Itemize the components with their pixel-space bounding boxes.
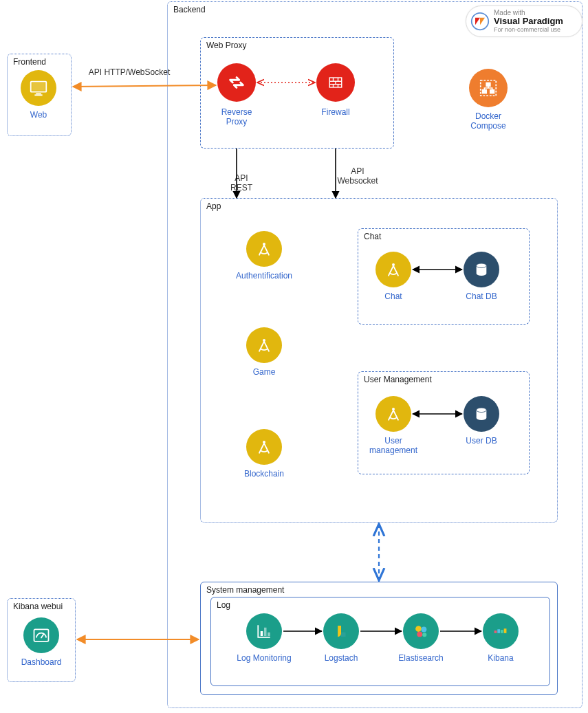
container-app-label: App (206, 201, 221, 211)
node-docker-compose-icon (469, 69, 508, 107)
container-log-label: Log (217, 600, 230, 610)
svg-rect-14 (483, 90, 487, 94)
compass-icon (254, 239, 274, 259)
svg-rect-25 (261, 631, 263, 636)
node-elasticsearch-icon (403, 613, 439, 649)
node-elasticsearch-label: Elastisearch (392, 653, 450, 663)
svg-rect-35 (501, 630, 503, 633)
container-chat-label: Chat (364, 232, 381, 241)
container-backend-label: Backend (173, 5, 206, 14)
svg-rect-36 (504, 628, 507, 633)
node-game-label: Game (239, 367, 289, 377)
svg-rect-13 (486, 83, 490, 87)
node-reverse-proxy-label: Reverse Proxy (212, 107, 261, 127)
edge-api-http-ws-label: API HTTP/WebSocket (81, 67, 177, 77)
node-log-monitoring-icon (246, 613, 282, 649)
hierarchy-icon (478, 78, 499, 98)
compass-icon (254, 336, 274, 355)
node-user-svc-label: User management (363, 436, 424, 455)
edge-api-ws-label: API Websocket (330, 166, 385, 186)
exchange-arrows-icon (226, 72, 247, 93)
node-web-label: Web (17, 110, 61, 120)
svg-rect-26 (264, 628, 267, 636)
node-kibana-icon (483, 613, 519, 649)
compass-icon (254, 437, 274, 457)
node-chat-label: Chat (371, 292, 415, 301)
node-web-icon (21, 70, 56, 106)
visual-paradigm-logo-icon (470, 12, 490, 31)
node-auth-label: Authentification (228, 271, 300, 281)
svg-rect-34 (497, 629, 500, 633)
node-user-db-icon (464, 396, 499, 432)
node-auth-icon (246, 231, 282, 267)
svg-point-31 (417, 631, 422, 637)
container-sysmgmt-label: System management (206, 585, 284, 595)
node-dashboard-icon (23, 617, 59, 653)
node-kibana-label: Kibana (476, 653, 525, 663)
node-game-icon (246, 327, 282, 363)
logstash-icon (332, 622, 350, 640)
node-blockchain-icon (246, 429, 282, 465)
watermark-line2: Visual Paradigm (494, 17, 563, 26)
svg-rect-28 (341, 633, 346, 637)
node-docker-compose-label: Docker Compose (461, 111, 516, 131)
node-chat-db-icon (464, 252, 499, 287)
node-logstash-icon (323, 613, 359, 649)
watermark-line3: For non-commercial use (494, 27, 563, 34)
node-firewall-icon (316, 63, 355, 102)
node-user-svc-icon (375, 396, 411, 432)
node-firewall-label: Firewall (311, 107, 360, 117)
elasticsearch-icon (411, 622, 431, 641)
svg-rect-27 (268, 633, 270, 636)
svg-line-38 (41, 634, 44, 637)
compass-icon (384, 404, 403, 424)
svg-point-32 (422, 633, 426, 637)
svg-rect-33 (494, 630, 497, 633)
database-icon (472, 261, 490, 278)
edge-api-rest-label: API REST (224, 173, 259, 193)
svg-rect-2 (36, 94, 41, 95)
container-kibana-webui-label: Kibana webui (13, 602, 63, 611)
kibana-bars-icon (490, 621, 511, 641)
node-reverse-proxy-icon (217, 63, 256, 102)
firewall-icon (326, 73, 345, 92)
svg-rect-3 (34, 94, 42, 96)
svg-point-29 (415, 626, 422, 632)
node-chat-db-label: Chat DB (455, 292, 508, 301)
node-logstash-label: Logstach (315, 653, 367, 663)
node-user-db-label: User DB (455, 436, 508, 446)
node-chat-icon (375, 252, 411, 287)
visual-paradigm-watermark: Made with Visual Paradigm For non-commer… (466, 6, 582, 37)
svg-rect-15 (490, 90, 494, 94)
container-webproxy-label: Web Proxy (206, 41, 246, 50)
database-icon (472, 405, 490, 423)
container-usermgmt-label: User Management (364, 375, 432, 384)
compass-icon (384, 260, 403, 279)
svg-rect-1 (32, 83, 45, 91)
node-dashboard-label: Dashboard (15, 657, 67, 667)
svg-point-30 (421, 626, 426, 632)
node-blockchain-label: Blockchain (235, 469, 293, 479)
chart-icon (254, 622, 274, 641)
monitor-icon (28, 78, 49, 98)
node-log-monitoring-label: Log Monitoring (237, 653, 292, 663)
svg-rect-37 (34, 629, 49, 641)
diagram-canvas: Backend Frontend Web Proxy App Chat User… (0, 0, 588, 713)
container-frontend-label: Frontend (13, 57, 46, 67)
dashboard-icon (32, 626, 51, 645)
